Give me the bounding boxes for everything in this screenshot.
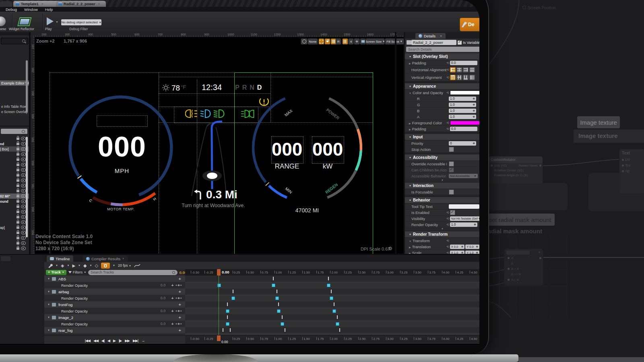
wrench-icon[interactable] [47,263,53,268]
revert-icon[interactable]: ⟲ [446,61,449,65]
checkbox[interactable] [449,189,454,195]
halign-button[interactable] [456,67,462,72]
key-nav-icons[interactable]: ◂ ◆ ▸ [175,284,182,287]
transport-button[interactable]: |◀◀ [85,339,90,343]
keyframe[interactable] [272,284,275,287]
color-swatch[interactable] [450,121,479,125]
hierarchy-row[interactable] [0,173,29,178]
splitter-right[interactable] [395,32,396,254]
keyframe-tick[interactable] [339,328,340,332]
hierarchy-row[interactable] [0,214,29,220]
checkbox[interactable] [450,210,455,215]
text-input[interactable] [449,204,479,209]
eye-icon[interactable] [21,142,26,146]
eye-icon[interactable] [21,137,26,140]
eye-icon[interactable] [21,173,26,177]
add-key-icon[interactable]: + [179,276,181,281]
revert-icon[interactable]: ⟲ [446,68,449,72]
x-field[interactable]: X 1.0◆ [450,251,465,254]
hierarchy-row[interactable] [0,162,29,167]
hierarchy-row[interactable] [0,230,29,235]
widget-name-field[interactable]: Radial_2_2_power [411,40,456,45]
lock-icon[interactable] [17,148,19,150]
lock-icon[interactable] [17,221,19,224]
key-nav-icons[interactable]: ◂ ◆ ▸ [175,296,182,300]
keyframe-tick[interactable] [227,302,228,306]
hierarchy-row[interactable] [0,167,29,173]
details-search-input[interactable]: Search Details [406,47,479,52]
keyframe-tick[interactable] [230,328,231,332]
lock-icon[interactable] [17,158,19,161]
lock-icon[interactable] [17,247,19,250]
edit-link[interactable]: Edi [479,41,479,45]
dropdown[interactable]: Not Hit-Testable (Self Only)▼ [450,216,479,221]
hierarchy-row[interactable]: ap] [0,225,29,230]
halign-button[interactable] [463,67,469,72]
keyframe-property-row[interactable] [185,321,479,327]
eye-icon[interactable] [21,236,26,240]
lock-icon[interactable] [17,232,19,234]
valign-button[interactable] [463,75,469,80]
eye-icon[interactable] [21,168,26,172]
color-swatch[interactable] [450,90,479,95]
valign-button[interactable] [450,75,456,80]
eye-icon[interactable] [21,241,26,245]
hierarchy-row[interactable] [0,183,29,188]
keyframe-tick[interactable] [328,277,329,280]
timeline-ruler[interactable]: -0.50-0.250.250.500.751.001.251.501.752.… [185,269,479,276]
designer-mode-button[interactable]: De [460,18,479,31]
track-property-row[interactable]: Render Opacity0.0+◂ ◆ ▸ [44,282,185,289]
add-key-icon[interactable]: + [171,296,173,300]
revert-icon[interactable]: ⟲ [446,76,449,79]
auto-key-icon[interactable]: ◇ [95,263,98,268]
add-key-icon[interactable]: + [179,328,181,333]
revert-icon[interactable]: ⟲ [446,217,449,220]
value-field[interactable]: 1.0◆ [449,115,476,119]
eye-icon[interactable] [21,147,26,151]
hierarchy-row[interactable] [0,246,29,251]
revert-icon[interactable]: ⟲ [446,223,449,226]
transport-button[interactable]: ◀ [107,339,110,343]
hierarchy-row[interactable] [0,136,29,141]
revert-icon[interactable]: ⟲ [446,127,449,131]
keyframe-property-row[interactable] [185,295,479,302]
eye-icon[interactable] [21,158,26,161]
bottom-left-tab[interactable] [1,256,10,261]
tab-template1[interactable]: Template1 × [13,1,58,7]
value-field[interactable]: 1.0◆ [449,103,476,107]
checkbox[interactable] [449,147,454,152]
lock-icon[interactable] [17,185,19,187]
track-property-row[interactable]: Render Opacity0.0+◂ ◆ ▸ [44,308,185,315]
add-key-icon[interactable]: + [171,309,173,313]
eye-icon[interactable] [21,179,26,182]
play-dropdown-icon[interactable]: ▼ [56,21,58,23]
lock-icon[interactable] [17,143,19,145]
track-group-row[interactable]: ▼frontFog+ [44,301,185,308]
track-group-row[interactable]: ▼rear_fog+ [44,327,185,334]
lock-icon[interactable] [17,179,19,182]
keyframe-tick[interactable] [337,315,338,319]
transport-button[interactable]: |▶ [119,339,122,343]
track-property-row[interactable]: Render Opacity0.0+◂ ◆ ▸ [44,321,185,327]
lock-icon[interactable] [17,206,19,208]
hierarchy-row[interactable] [0,204,29,209]
halign-button[interactable] [469,67,475,72]
keyframe-group-row[interactable] [185,276,479,282]
halign-button[interactable] [450,67,456,72]
eye-icon[interactable] [21,231,26,234]
details-section-header[interactable]: ▼Behavior [405,197,479,204]
lock-icon[interactable] [17,138,19,140]
design-canvas[interactable]: Zoom +2 1,767 x 906 None R 4 ✛ Screen Si… [35,37,404,254]
y-field[interactable]: Y 1.0◆ [465,251,479,254]
lock-icon[interactable] [17,153,19,156]
details-section-header[interactable]: ▼Interaction [405,183,479,189]
menu-debug[interactable]: Debug [6,7,17,12]
section-expander[interactable]: ▼ [405,228,479,231]
close-icon[interactable]: × [98,2,100,6]
track-group-row[interactable]: ▼Image_2+ [44,314,185,321]
y-field[interactable]: Y 0.0◆ [465,245,479,249]
hierarchy-row[interactable] [0,178,29,183]
add-key-icon[interactable]: + [171,321,173,326]
hierarchy-row[interactable] [0,209,29,214]
transport-button[interactable]: ◀| [101,339,104,343]
